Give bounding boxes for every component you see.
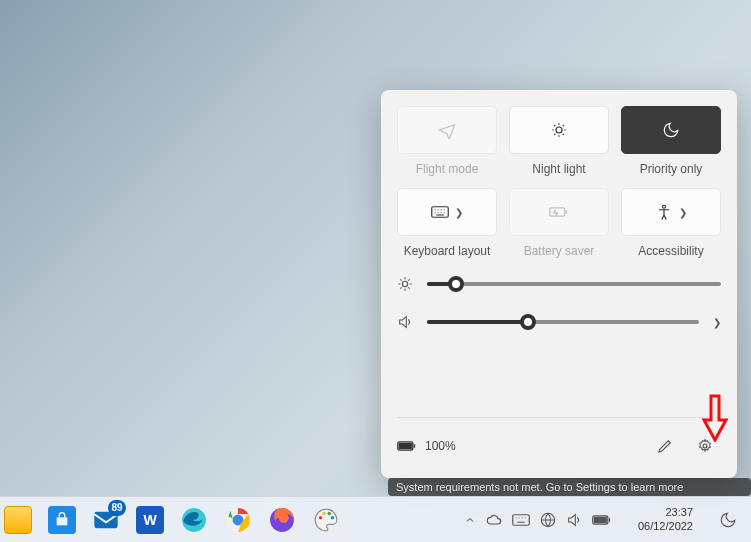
battery-saver-label: Battery saver	[524, 244, 595, 258]
edit-quick-settings-button[interactable]	[649, 430, 681, 462]
pencil-icon	[657, 438, 673, 454]
mail-app[interactable]: 89	[92, 506, 120, 534]
chrome-app[interactable]	[224, 506, 252, 534]
settings-button[interactable]	[689, 430, 721, 462]
file-explorer-app[interactable]	[4, 506, 32, 534]
slider-thumb[interactable]	[448, 276, 464, 292]
edge-app[interactable]	[180, 506, 208, 534]
paint-app[interactable]	[312, 506, 340, 534]
battery-percentage[interactable]: 100%	[425, 439, 456, 453]
battery-tray-icon[interactable]	[592, 514, 612, 526]
clock-date: 06/12/2022	[638, 520, 693, 533]
microsoft-store-app[interactable]	[48, 506, 76, 534]
accessibility-tile[interactable]: ❯	[621, 188, 721, 236]
flight-mode-tile[interactable]	[397, 106, 497, 154]
taskbar-clock[interactable]: 23:37 06/12/2022	[630, 502, 701, 536]
brightness-slider[interactable]	[427, 282, 721, 286]
svg-point-4	[402, 281, 407, 286]
firefox-app[interactable]	[268, 506, 296, 534]
palette-icon	[313, 507, 339, 533]
svg-rect-2	[550, 208, 565, 216]
svg-rect-8	[57, 517, 68, 525]
taskbar-pinned-apps: 89 W	[0, 506, 340, 534]
battery-saver-icon	[549, 205, 569, 219]
firefox-icon	[269, 507, 295, 533]
volume-icon	[397, 314, 413, 330]
priority-only-label: Priority only	[640, 162, 703, 176]
quick-settings-panel: Flight mode Night light Priority only ❯ …	[381, 90, 737, 478]
moon-icon	[662, 121, 680, 139]
battery-saver-tile[interactable]	[509, 188, 609, 236]
svg-point-14	[319, 516, 322, 519]
notifications-button[interactable]	[711, 503, 745, 537]
chrome-icon	[225, 507, 251, 533]
chevron-right-icon: ❯	[455, 207, 463, 218]
svg-point-17	[331, 516, 334, 519]
quick-settings-tiles: Flight mode Night light Priority only ❯ …	[397, 106, 721, 258]
svg-point-7	[703, 444, 707, 448]
edge-icon	[181, 507, 207, 533]
flight-mode-label: Flight mode	[416, 162, 479, 176]
cloud-icon[interactable]	[486, 512, 502, 528]
svg-point-16	[328, 511, 331, 514]
word-app[interactable]: W	[136, 506, 164, 534]
svg-point-15	[322, 511, 325, 514]
globe-icon[interactable]	[540, 512, 556, 528]
chevron-up-icon[interactable]	[464, 514, 476, 526]
keyboard-icon	[431, 205, 449, 219]
keyboard-tray-icon[interactable]	[512, 513, 530, 527]
brightness-row	[397, 276, 721, 292]
taskbar: 89 W 23:37 06/12/2022	[0, 496, 751, 542]
volume-tray-icon[interactable]	[566, 512, 582, 528]
night-light-label: Night light	[532, 162, 585, 176]
quick-settings-footer: 100%	[397, 417, 721, 462]
taskbar-right: 23:37 06/12/2022	[456, 502, 751, 536]
system-tray[interactable]	[456, 512, 620, 528]
svg-rect-18	[513, 514, 530, 525]
volume-flyout-chevron[interactable]: ❯	[713, 317, 721, 328]
do-not-disturb-icon	[719, 511, 737, 529]
banner-text: System requirements not met. Go to Setti…	[396, 481, 683, 493]
system-requirements-banner[interactable]: System requirements not met. Go to Setti…	[388, 478, 751, 496]
volume-row: ❯	[397, 314, 721, 330]
svg-point-0	[556, 127, 562, 133]
night-light-icon	[550, 121, 568, 139]
clock-time: 23:37	[665, 506, 693, 519]
brightness-icon	[397, 276, 413, 292]
svg-rect-21	[594, 517, 606, 522]
mail-badge: 89	[108, 500, 126, 516]
volume-slider[interactable]	[427, 320, 699, 324]
slider-thumb[interactable]	[520, 314, 536, 330]
accessibility-icon	[655, 203, 673, 221]
svg-rect-1	[432, 207, 449, 218]
store-icon	[54, 512, 70, 528]
svg-rect-6	[400, 444, 412, 449]
gear-icon	[697, 438, 713, 454]
keyboard-layout-label: Keyboard layout	[404, 244, 491, 258]
airplane-icon	[438, 121, 456, 139]
accessibility-label: Accessibility	[638, 244, 703, 258]
night-light-tile[interactable]	[509, 106, 609, 154]
battery-icon	[397, 439, 417, 453]
priority-only-tile[interactable]	[621, 106, 721, 154]
svg-point-3	[663, 205, 666, 208]
chevron-right-icon: ❯	[679, 207, 687, 218]
keyboard-layout-tile[interactable]: ❯	[397, 188, 497, 236]
